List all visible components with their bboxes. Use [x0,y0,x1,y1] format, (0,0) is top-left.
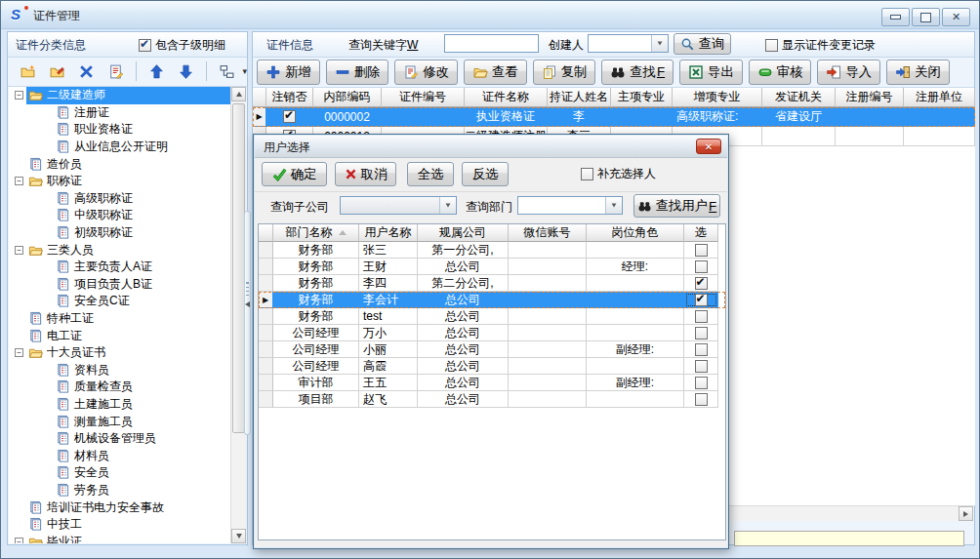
dropdown-arrow-icon[interactable] [439,197,456,214]
scroll-down-button[interactable] [231,529,246,543]
tree-expander[interactable]: − [15,177,23,185]
tree-expander[interactable]: − [15,538,23,543]
subsidiary-combobox[interactable] [340,196,457,215]
tree-item-安全员[interactable]: 安全员 [9,464,230,482]
invert-selection-button[interactable]: 反选 [462,162,509,186]
minimize-button[interactable] [881,8,910,26]
dropdown-arrow-icon[interactable] [651,35,668,52]
column-header-选[interactable]: 选 [684,224,718,242]
column-header-部门名称[interactable]: 部门名称 [273,224,359,242]
tree-item-培训证书电力安全事故[interactable]: 培训证书电力安全事故 [9,499,230,516]
supplement-checkbox[interactable] [581,168,593,180]
certificate-row[interactable]: ▶0000002执业资格证李高级职称证:省建设厅 [253,107,975,127]
column-header-持证人姓名[interactable]: 持证人姓名 [548,88,611,107]
tree-item-土建施工员[interactable]: 土建施工员 [9,396,230,414]
tree-expander[interactable]: − [15,348,23,357]
tree-item-三类人员[interactable]: −三类人员 [9,241,230,259]
user-row-test[interactable]: 财务部test总公司 [259,308,725,325]
column-header-证件编号[interactable]: 证件编号 [382,88,465,107]
tree-item-主要负责人A证[interactable]: 主要负责人A证 [9,259,230,276]
column-header-岗位角色[interactable]: 岗位角色 [587,224,684,242]
tree-item-质量检查员[interactable]: 质量检查员 [9,379,230,396]
cancel-button[interactable]: 取消 [335,162,396,186]
toolbar-copy-button[interactable]: 复制 [533,60,596,85]
tree-item-中技工[interactable]: 中技工 [9,516,230,534]
toolbar-import-button[interactable]: 导入 [817,60,880,85]
toolbar-close-door-button[interactable]: 关闭 [886,60,950,85]
tree-item-中级职称证[interactable]: 中级职称证 [9,207,230,224]
toolbar-excel-button[interactable]: 导出 [679,60,743,85]
tree-item-劳务员[interactable]: 劳务员 [9,482,230,499]
column-header-用户名称[interactable]: 用户名称 [359,224,418,242]
tree-item-从业信息公开证明[interactable]: 从业信息公开证明 [9,139,230,156]
user-row-李会计[interactable]: ▶财务部李会计总公司 [259,292,725,308]
user-row-小丽[interactable]: 公司经理小丽总公司副经理: [259,341,725,358]
user-row-王财[interactable]: 财务部王财总公司经理: [259,259,725,275]
user-row-张三[interactable]: 财务部张三第一分公司, [259,242,725,259]
row-checkbox[interactable] [283,110,296,123]
toolbar-audit-button[interactable]: 审核 [749,60,812,85]
column-header-注销否[interactable]: 注销否 [266,88,313,107]
tree-item-毕业证[interactable]: −毕业证 [9,533,230,543]
row-checkbox[interactable] [695,360,708,373]
edit-folder-button[interactable] [45,59,69,84]
user-row-王五[interactable]: 审计部王五总公司副经理: [259,375,725,391]
tree-item-特种工证[interactable]: 特种工证 [9,310,230,328]
column-header-规属公司[interactable]: 规属公司 [418,224,509,242]
keyword-input[interactable] [444,34,539,53]
toolbar-minus-button[interactable]: 删除 [326,60,389,85]
row-checkbox[interactable] [695,260,708,273]
scroll-up-button[interactable] [231,87,246,101]
maximize-button[interactable] [912,8,940,26]
tree-item-注册证[interactable]: 注册证 [9,104,230,122]
department-combobox[interactable] [517,196,623,215]
panel-splitter[interactable] [244,211,251,435]
user-row-高霞[interactable]: 公司经理高霞总公司 [259,358,725,375]
row-checkbox[interactable] [695,277,708,290]
toolbar-binoculars-button[interactable]: 查找F [601,60,674,85]
user-row-万小[interactable]: 公司经理万小总公司 [259,325,725,341]
move-up-button[interactable] [144,59,169,84]
column-header-微信账号[interactable]: 微信账号 [509,224,587,242]
tree-item-安全员C证[interactable]: 安全员C证 [9,293,230,310]
row-checkbox[interactable] [695,294,708,306]
tree-item-测量施工员[interactable]: 测量施工员 [9,413,230,430]
tree-item-初级职称证[interactable]: 初级职称证 [9,224,230,242]
row-checkbox[interactable] [695,310,708,323]
chevron-down-icon[interactable]: ▾ [242,66,247,76]
rename-note-button[interactable] [103,59,128,84]
select-all-button[interactable]: 全选 [407,162,454,186]
ok-button[interactable]: 确定 [262,162,327,186]
new-folder-button[interactable] [16,59,40,84]
creator-combobox[interactable] [588,34,669,53]
delete-button[interactable] [74,59,99,84]
toolbar-edit-note-button[interactable]: 修改 [394,60,458,85]
row-checkbox[interactable] [695,327,708,339]
show-change-records-checkbox[interactable] [765,39,778,52]
find-user-button[interactable]: 查找用户F [633,194,720,218]
column-header-注册编号[interactable]: 注册编号 [836,88,904,107]
dropdown-arrow-icon[interactable] [605,197,622,214]
close-button[interactable]: ✕ [942,8,970,26]
tree-item-十大员证书[interactable]: −十大员证书 [9,344,230,362]
tree-item-职称证[interactable]: −职称证 [9,173,230,190]
tree-item-造价员[interactable]: 造价员 [9,155,230,173]
tree-item-机械设备管理员[interactable]: 机械设备管理员 [9,430,230,448]
include-children-checkbox[interactable] [139,39,151,52]
row-checkbox[interactable] [695,343,708,356]
tree-item-高级职称证[interactable]: 高级职称证 [9,190,230,208]
user-row-李四[interactable]: 财务部李四第二分公司, [259,275,725,292]
toolbar-plus-button[interactable]: 新增 [257,60,320,85]
scroll-right-button[interactable] [959,506,973,521]
tree-item-资料员[interactable]: 资料员 [9,362,230,379]
move-down-button[interactable] [174,59,198,84]
tree-item-二级建造师[interactable]: −二级建造师 [9,87,230,104]
column-header-主项专业[interactable]: 主项专业 [611,88,673,107]
tree-layout-button[interactable] [215,59,239,84]
column-header-证件名称[interactable]: 证件名称 [465,88,548,107]
row-checkbox[interactable] [695,244,708,257]
column-header-内部编码[interactable]: 内部编码 [313,88,382,107]
column-header-增项专业[interactable]: 增项专业 [673,88,762,107]
row-checkbox[interactable] [695,393,708,406]
tree-expander[interactable]: − [15,91,23,100]
